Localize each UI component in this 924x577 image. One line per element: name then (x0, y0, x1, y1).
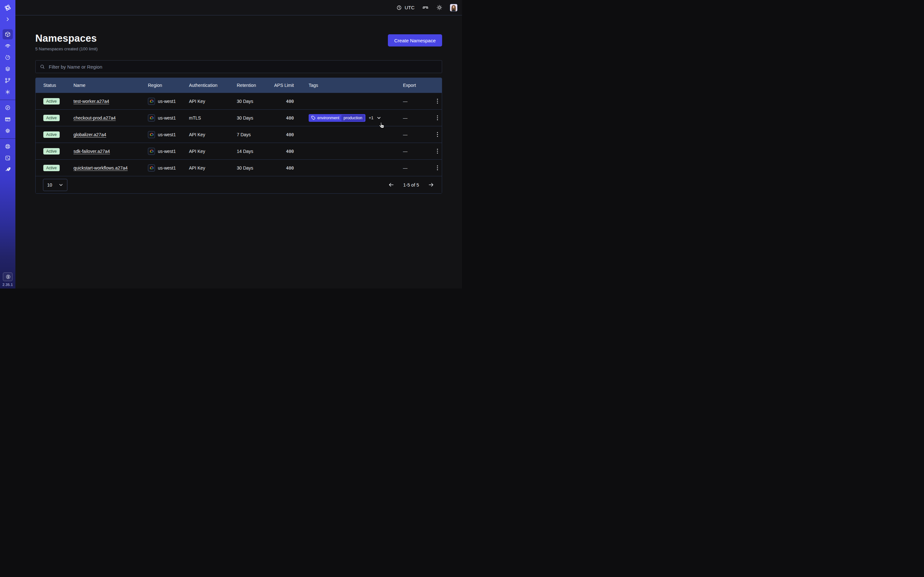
page-size-value: 10 (47, 182, 52, 187)
timezone-label: UTC (405, 5, 415, 10)
chevron-down-icon (59, 183, 63, 187)
create-namespace-button[interactable]: Create Namespace (388, 34, 442, 47)
next-page-button[interactable] (428, 181, 435, 188)
plan-badge-button[interactable] (3, 272, 13, 281)
sidebar-nav-help (3, 141, 13, 175)
page-title: Namespaces (35, 33, 97, 44)
sidebar: 2.35.1 (0, 0, 15, 288)
filter-bar (35, 60, 442, 73)
aps-limit-value: 400 (272, 132, 294, 137)
arrow-left-icon (388, 181, 395, 188)
layers-icon (5, 66, 11, 72)
page-size-select[interactable]: 10 (43, 179, 67, 191)
sidebar-item-batch-operations[interactable] (3, 75, 13, 85)
credit-card-icon (5, 116, 11, 122)
status-badge: Active (43, 131, 60, 138)
aps-limit-value: 400 (272, 165, 294, 171)
row-menu-button[interactable] (435, 147, 443, 156)
timer-icon (5, 54, 11, 61)
sidebar-divider (0, 139, 15, 139)
previous-page-button[interactable] (388, 181, 395, 188)
table-row: Active sdk-failover.a27a4 us-west1 API K… (36, 143, 442, 159)
labs-toggle-button[interactable] (422, 4, 429, 11)
status-badge: Active (43, 148, 60, 155)
temporal-logo-button[interactable] (3, 3, 13, 13)
gcp-cloud-icon (148, 164, 155, 171)
sidebar-expand-button[interactable] (3, 14, 13, 24)
namespace-link[interactable]: globalizer.a27a4 (73, 132, 106, 137)
sidebar-item-namespaces[interactable] (3, 29, 13, 39)
asterisk-icon (5, 89, 11, 95)
sidebar-item-nexus[interactable] (3, 87, 13, 97)
namespace-link[interactable]: checkout-prod.a27a4 (73, 115, 116, 121)
table-row: Active globalizer.a27a4 us-west1 API Key (36, 126, 442, 143)
aps-limit-value: 400 (272, 115, 294, 121)
sidebar-item-deployments[interactable] (3, 64, 13, 74)
tag-pill[interactable]: environment production (309, 114, 365, 122)
status-badge: Active (43, 115, 60, 121)
theme-toggle-button[interactable] (436, 5, 443, 11)
row-menu-button[interactable] (435, 163, 443, 172)
aps-limit-value: 400 (272, 99, 294, 104)
region-label: us-west1 (158, 99, 176, 104)
sidebar-nav-account (3, 103, 13, 136)
region-label: us-west1 (158, 165, 176, 171)
sidebar-item-settings[interactable] (3, 126, 13, 136)
gcp-cloud-icon (148, 131, 155, 138)
tags-expand-button[interactable] (376, 116, 381, 120)
sidebar-item-schedules[interactable] (3, 52, 13, 63)
export-value: — (400, 165, 425, 171)
col-header-authentication: Authentication (189, 83, 237, 88)
sidebar-item-getting-started[interactable] (3, 153, 13, 163)
gcp-cloud-icon (148, 114, 155, 121)
chevron-down-icon (376, 116, 381, 120)
retention-label: 7 Days (237, 132, 272, 137)
col-header-status: Status (36, 83, 73, 88)
sidebar-item-quickstart[interactable] (3, 164, 13, 175)
gcp-cloud-icon (148, 98, 155, 105)
col-header-region: Region (148, 83, 189, 88)
sidebar-nav (3, 29, 13, 97)
main-content: Namespaces 5 Namespaces created (100 lim… (15, 15, 462, 288)
status-badge: Active (43, 98, 60, 105)
retention-label: 30 Days (237, 115, 272, 121)
export-value: — (400, 99, 425, 104)
timezone-selector[interactable]: UTC (396, 5, 415, 11)
aps-limit-value: 400 (272, 149, 294, 154)
temporal-logo-icon (4, 4, 11, 11)
status-badge: Active (43, 165, 60, 171)
auth-label: API Key (189, 165, 237, 171)
col-header-export: Export (400, 83, 425, 88)
sidebar-item-usage[interactable] (3, 103, 13, 113)
row-menu-button[interactable] (435, 130, 443, 139)
clock-icon (396, 5, 402, 11)
namespace-link[interactable]: quickstart-workflows.a27a4 (73, 165, 128, 171)
namespace-link[interactable]: test-worker.a27a4 (73, 99, 109, 104)
tags-more-count: +1 (368, 115, 373, 120)
sidebar-item-support[interactable] (3, 141, 13, 152)
cube-icon (5, 31, 11, 37)
sidebar-item-billing[interactable] (3, 114, 13, 124)
namespaces-table: Status Name Region Authentication Retent… (35, 77, 442, 193)
retention-label: 30 Days (237, 99, 272, 104)
export-value: — (400, 115, 425, 121)
gauge-icon (5, 105, 11, 111)
sidebar-item-observability[interactable] (3, 41, 13, 51)
sun-icon (436, 5, 443, 11)
table-header-row: Status Name Region Authentication Retent… (36, 78, 442, 93)
namespace-link[interactable]: sdk-failover.a27a4 (73, 149, 110, 154)
row-menu-button[interactable] (435, 113, 443, 122)
table-footer: 10 1-5 of 5 (36, 176, 442, 193)
filter-input[interactable] (48, 64, 438, 70)
tag-value: production (341, 115, 365, 121)
chevron-right-icon (5, 16, 11, 23)
arrow-right-icon (428, 181, 435, 188)
col-header-retention: Retention (237, 83, 272, 88)
user-avatar[interactable] (450, 4, 457, 11)
page-header: Namespaces 5 Namespaces created (100 lim… (35, 33, 442, 51)
gcp-cloud-icon (148, 148, 155, 155)
row-menu-button[interactable] (435, 97, 443, 106)
col-header-aps-limit: APS Limit (272, 83, 294, 88)
dollar-seal-icon (5, 274, 11, 280)
eye-swirl-icon (5, 43, 11, 49)
